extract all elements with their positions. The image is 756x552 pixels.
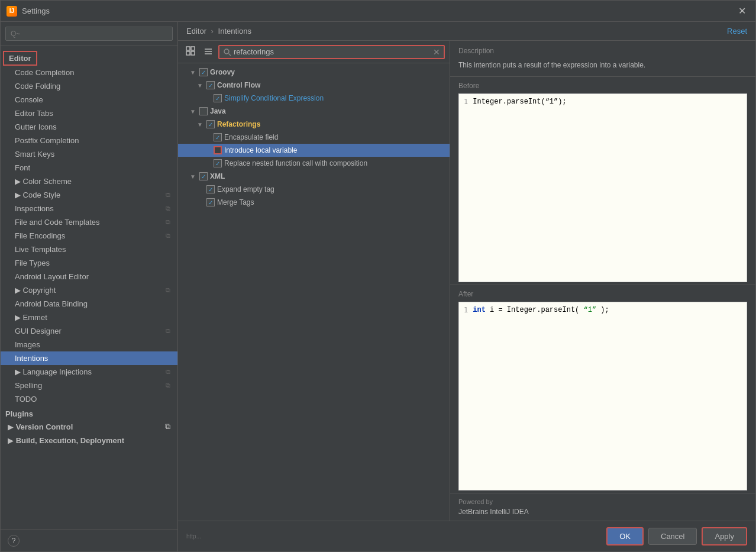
sidebar-item-inspections[interactable]: Inspections ⧉ (1, 202, 177, 215)
arrow-icon: ▼ (190, 108, 197, 115)
checkbox-merge[interactable] (206, 198, 215, 206)
app-icon: IJ (7, 6, 17, 17)
breadcrumb: Editor › Intentions (186, 27, 251, 35)
sidebar-item-gui-designer[interactable]: GUI Designer ⧉ (1, 324, 177, 338)
tree-label-java: Java (210, 107, 445, 115)
tree-item-java[interactable]: ▼ Java (178, 105, 450, 118)
checkbox-simplify[interactable] (214, 94, 222, 102)
svg-point-7 (224, 49, 229, 54)
after-section: After 1 int i = Integer.parseInt( “1” ); (450, 285, 755, 493)
apply-button[interactable]: Apply (702, 527, 747, 545)
expand-all-button[interactable] (183, 44, 198, 59)
checkbox-encapsulate[interactable] (214, 133, 222, 141)
collapse-all-icon (203, 46, 213, 56)
sidebar-item-code-completion[interactable]: Code Completion (1, 66, 177, 79)
tree-item-refactorings[interactable]: ▼ Refactorings (178, 118, 450, 131)
string-literal: “1” (583, 306, 596, 314)
reset-button[interactable]: Reset (727, 27, 747, 35)
powered-text: JetBrains IntelliJ IDEA (458, 508, 747, 516)
sidebar-item-todo[interactable]: TODO (1, 392, 177, 406)
checkbox-control-flow[interactable] (206, 81, 215, 89)
tree-item-xml[interactable]: ▼ XML (178, 170, 450, 183)
checkbox-groovy[interactable] (199, 68, 208, 76)
copy-icon: ⧉ (166, 218, 170, 226)
search-clear-button[interactable]: ✕ (433, 47, 440, 57)
var-name: i = (490, 306, 507, 314)
tree-item-expand[interactable]: Expand empty tag (178, 183, 450, 196)
sidebar-item-version-control[interactable]: ▶ Version Control ⧉ (1, 419, 177, 434)
sidebar-item-live-templates[interactable]: Live Templates (1, 243, 177, 256)
sidebar-item-spelling[interactable]: Spelling ⧉ (1, 379, 177, 392)
checkbox-xml[interactable] (199, 172, 208, 180)
sidebar-item-copyright[interactable]: ▶ Copyright ⧉ (1, 283, 177, 297)
watermark: http... (186, 533, 602, 540)
sidebar-item-android-data-binding[interactable]: Android Data Binding (1, 297, 177, 311)
tree-item-groovy[interactable]: ▼ Groovy (178, 66, 450, 79)
copy-icon: ⧉ (166, 232, 170, 240)
checkbox-introduce[interactable] (214, 146, 222, 154)
after-label: After (458, 290, 747, 298)
svg-rect-3 (191, 51, 195, 55)
right-header: Editor › Intentions Reset (178, 22, 755, 41)
sidebar-item-intentions[interactable]: Intentions (1, 351, 177, 365)
method-call: Integer.parseInt( (507, 306, 579, 314)
breadcrumb-sep: › (211, 27, 214, 35)
copy-icon: ⧉ (166, 286, 170, 294)
tree-item-encapsulate[interactable]: Encapsulate field (178, 131, 450, 144)
copy-icon: ⧉ (165, 422, 170, 431)
sidebar-search-input[interactable] (5, 27, 173, 41)
arrow-icon: ▼ (197, 82, 204, 89)
before-section: Before 1 Integer.parseInt(“1”); (450, 77, 755, 285)
description-text: This intention puts a result of the expr… (458, 60, 747, 70)
tree-item-introduce[interactable]: Introduce local variable (178, 144, 450, 157)
checkbox-java[interactable] (199, 107, 208, 115)
checkbox-replace[interactable] (214, 159, 222, 167)
intentions-tree: ▼ Groovy ▼ Control Flow (178, 63, 450, 521)
bottom-bar: http... OK Cancel Apply (178, 521, 755, 551)
sidebar-item-console[interactable]: Console (1, 93, 177, 106)
tree-label-groovy: Groovy (210, 68, 445, 76)
sidebar-item-gutter-icons[interactable]: Gutter Icons (1, 120, 177, 134)
close-button[interactable]: ✕ (735, 4, 749, 18)
intentions-panel: ✕ ▼ Groovy ▼ (178, 41, 450, 521)
breadcrumb-parent: Editor (186, 27, 206, 35)
description-section: Description This intention puts a result… (450, 41, 755, 77)
sidebar-item-smart-keys[interactable]: Smart Keys (1, 147, 177, 161)
sidebar-item-file-encodings[interactable]: File Encodings ⧉ (1, 229, 177, 243)
tree-item-control-flow[interactable]: ▼ Control Flow (178, 79, 450, 92)
sidebar-item-editor[interactable]: Editor (3, 51, 37, 66)
copy-icon: ⧉ (166, 327, 170, 335)
toolbar: ✕ (178, 41, 450, 63)
sidebar-item-file-code-templates[interactable]: File and Code Templates ⧉ (1, 215, 177, 229)
arrow-icon: ▼ (190, 69, 197, 76)
sidebar-item-build[interactable]: ▶ Build, Execution, Deployment (1, 434, 177, 447)
help-icon[interactable]: ? (8, 535, 20, 547)
intentions-search-input[interactable] (234, 47, 433, 56)
tree-item-simplify[interactable]: Simplify Conditional Expression (178, 92, 450, 105)
checkbox-expand[interactable] (206, 185, 215, 193)
sidebar-item-images[interactable]: Images (1, 338, 177, 351)
sidebar-item-color-scheme[interactable]: ▶ Color Scheme (1, 175, 177, 188)
sidebar-item-emmet[interactable]: ▶ Emmet (1, 311, 177, 324)
checkbox-refactorings[interactable] (206, 120, 215, 128)
cancel-button[interactable]: Cancel (648, 528, 697, 545)
sidebar-item-android-layout[interactable]: Android Layout Editor (1, 270, 177, 283)
tree-item-merge[interactable]: Merge Tags (178, 196, 450, 209)
sidebar-item-postfix-completion[interactable]: Postfix Completion (1, 134, 177, 147)
tree-label-replace: Replace nested function call with compos… (224, 159, 445, 167)
tree-label-control-flow: Control Flow (217, 81, 445, 89)
sidebar-item-code-style[interactable]: ▶ Code Style ⧉ (1, 188, 177, 202)
svg-rect-1 (191, 47, 195, 50)
sidebar-item-editor-tabs[interactable]: Editor Tabs (1, 106, 177, 120)
tree-item-replace[interactable]: Replace nested function call with compos… (178, 157, 450, 170)
search-icon (223, 48, 231, 56)
sidebar-item-font[interactable]: Font (1, 161, 177, 175)
right-panel: Editor › Intentions Reset (178, 22, 755, 551)
sidebar-item-language-injections[interactable]: ▶ Language Injections ⧉ (1, 365, 177, 379)
sidebar-item-file-types[interactable]: File Types (1, 256, 177, 270)
collapse-all-button[interactable] (201, 44, 216, 59)
tree-label-refactorings: Refactorings (217, 120, 445, 128)
ok-button[interactable]: OK (606, 527, 644, 545)
sidebar-search-container (1, 22, 177, 46)
sidebar-item-code-folding[interactable]: Code Folding (1, 79, 177, 93)
